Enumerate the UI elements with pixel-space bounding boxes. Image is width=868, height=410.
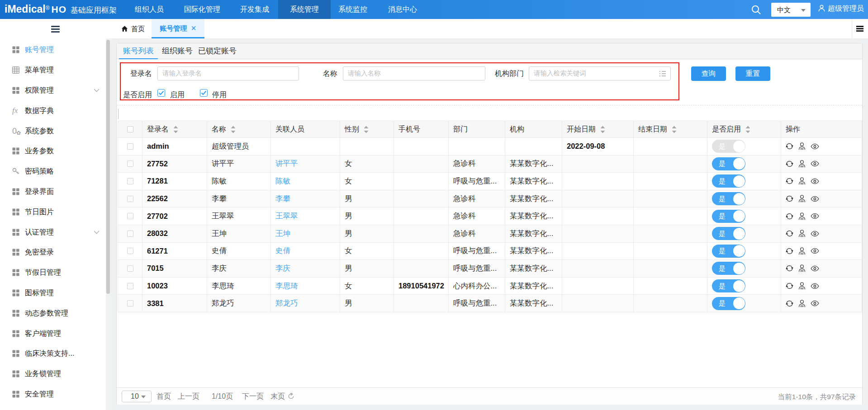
svg-text:✿: ✿	[16, 130, 21, 135]
svg-text:fx: fx	[12, 107, 18, 115]
